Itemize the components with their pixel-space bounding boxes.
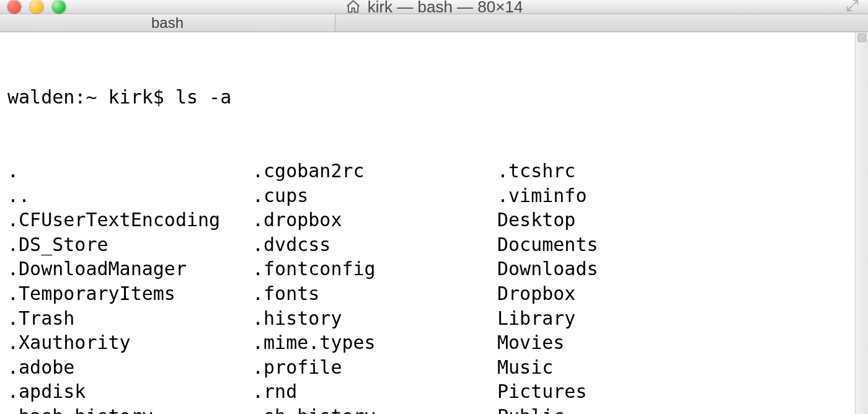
terminal-window: kirk — bash — 80×14 bash walden:~ kirk$ … — [0, 0, 868, 414]
list-item: .history — [252, 306, 497, 331]
list-item: .Trash — [7, 306, 252, 331]
prompt-line-1: walden:~ kirk$ ls -a — [7, 85, 848, 110]
fullscreen-icon[interactable] — [846, 0, 859, 15]
ls-output-columns: . .. .CFUserTextEncoding .DS_Store .Down… — [7, 159, 848, 414]
ls-column-1: . .. .CFUserTextEncoding .DS_Store .Down… — [7, 159, 252, 414]
titlebar: kirk — bash — 80×14 — [0, 0, 868, 14]
list-item: .Xauthority — [7, 330, 252, 355]
scroll-thumb[interactable] — [857, 33, 866, 42]
list-item: .dvdcss — [252, 232, 497, 257]
list-item: Documents — [497, 232, 598, 257]
list-item: . — [7, 159, 252, 183]
list-item: Dropbox — [497, 281, 598, 306]
ls-column-2: .cgoban2rc .cups .dropbox .dvdcss .fontc… — [252, 159, 497, 414]
list-item: .tcshrc — [497, 159, 598, 183]
home-icon — [345, 0, 361, 15]
list-item: .. — [7, 183, 252, 208]
terminal-area: walden:~ kirk$ ls -a . .. .CFUserTextEnc… — [0, 32, 868, 414]
zoom-button[interactable] — [52, 0, 66, 14]
list-item: Movies — [497, 330, 598, 355]
list-item: Library — [497, 306, 598, 331]
list-item: Downloads — [497, 257, 598, 281]
list-item: .fonts — [252, 281, 497, 306]
ls-column-3: .tcshrc .viminfo Desktop Documents Downl… — [497, 159, 598, 414]
list-item: Music — [497, 355, 598, 380]
window-title-group: kirk — bash — 80×14 — [345, 0, 523, 17]
list-item: .mime.types — [252, 330, 497, 355]
list-item: .cgoban2rc — [252, 159, 497, 183]
list-item: .cups — [252, 183, 497, 208]
list-item: .DS_Store — [7, 232, 252, 257]
list-item: Desktop — [497, 208, 598, 232]
minimize-button[interactable] — [30, 0, 43, 14]
list-item: .adobe — [7, 355, 252, 380]
terminal-output[interactable]: walden:~ kirk$ ls -a . .. .CFUserTextEnc… — [0, 32, 855, 414]
list-item: .bash_history — [7, 404, 252, 414]
list-item: .profile — [252, 355, 497, 380]
list-item: Public — [497, 404, 598, 414]
list-item: .CFUserTextEncoding — [7, 208, 252, 232]
list-item: .sh_history — [252, 404, 497, 414]
list-item: .apdisk — [7, 379, 252, 404]
list-item: .dropbox — [252, 208, 497, 232]
list-item: .rnd — [252, 379, 497, 404]
close-button[interactable] — [7, 0, 21, 14]
entered-command: ls -a — [175, 85, 231, 110]
scrollbar[interactable] — [855, 32, 868, 414]
tab-bash[interactable]: bash — [0, 14, 335, 32]
shell-prompt: walden:~ kirk$ — [7, 85, 175, 110]
window-controls — [7, 0, 66, 14]
list-item: Pictures — [497, 379, 598, 404]
list-item: .DownloadManager — [7, 257, 252, 281]
list-item: .viminfo — [497, 183, 598, 208]
tab-bar: bash — [0, 14, 868, 32]
list-item: .fontconfig — [252, 257, 497, 281]
list-item: .TemporaryItems — [7, 281, 252, 306]
tab-label: bash — [151, 14, 184, 32]
window-title: kirk — bash — 80×14 — [368, 0, 523, 17]
